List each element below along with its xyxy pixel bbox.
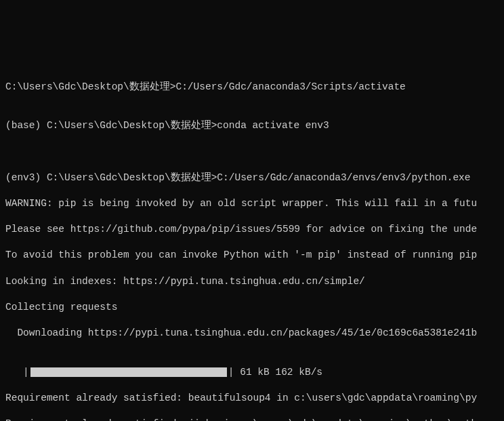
- output-line: Requirement already satisfied: beautiful…: [5, 392, 499, 405]
- output-line: Downloading https://pypi.tuna.tsinghua.e…: [5, 327, 499, 340]
- output-line: Looking in indexes: https://pypi.tuna.ts…: [5, 275, 499, 288]
- output-line: Please see https://github.com/pypa/pip/i…: [5, 223, 499, 236]
- output-line: WARNING: pip is being invoked by an old …: [5, 197, 499, 210]
- output-line: To avoid this problem you can invoke Pyt…: [5, 249, 499, 262]
- output-line: Collecting requests: [5, 301, 499, 314]
- progress-prefix: |: [5, 366, 29, 379]
- progress-bar: [30, 367, 227, 377]
- progress-suffix: | 61 kB 162 kB/s: [228, 366, 322, 379]
- output-line: C:\Users\Gdc\Desktop\数据处理>C:/Users/Gdc/a…: [5, 81, 499, 94]
- progress-line: || 61 kB 162 kB/s: [5, 366, 499, 379]
- output-line: (base) C:\Users\Gdc\Desktop\数据处理>conda a…: [5, 119, 499, 132]
- output-line: Requirement already satisfied: jieba in …: [5, 418, 499, 421]
- terminal-output[interactable]: C:\Users\Gdc\Desktop\数据处理>C:/Users/Gdc/a…: [0, 65, 504, 421]
- output-line: (env3) C:\Users\Gdc\Desktop\数据处理>C:/User…: [5, 172, 499, 184]
